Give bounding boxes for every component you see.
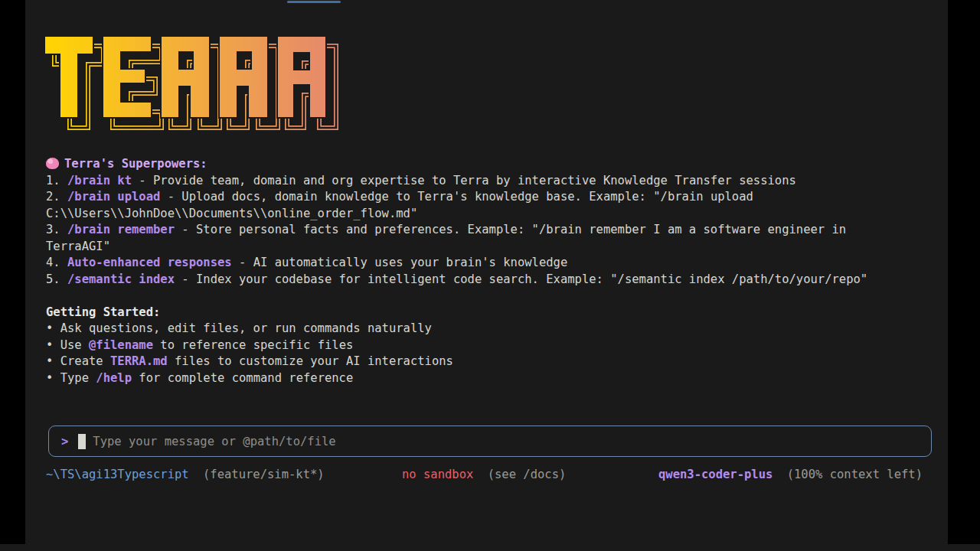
terminal-text-segment: Terra's Superpowers:	[64, 157, 207, 171]
terra-logo-art	[44, 36, 351, 132]
terminal-text-segment: /semantic index	[67, 272, 175, 286]
terminal-text-segment: TerraAGI"	[46, 240, 110, 253]
terminal-text-segment: 2.	[46, 190, 67, 204]
terminal-text-segment: - Index your codebase for intelligent co…	[175, 272, 867, 286]
terminal-line: 4. Auto-enhanced responses - AI automati…	[46, 255, 934, 272]
terminal-line: • Use @filename to reference specific fi…	[46, 337, 934, 354]
status-right: qwen3-coder-plus (100% context left)	[658, 468, 923, 481]
status-left: ~\TS\agi13Typescript (feature/sim-kt*)	[46, 468, 325, 481]
terminal-text-segment: - AI automatically uses your brain's kno…	[232, 256, 568, 269]
terminal-text-segment: /brain kt	[67, 174, 132, 187]
tab-indicator-line	[287, 1, 341, 3]
prompt-chevron: >	[61, 435, 68, 448]
video-frame: Terra's Superpowers:1. /brain kt - Provi…	[0, 0, 980, 551]
message-input-box[interactable]: > Type your message or @path/to/file	[48, 425, 932, 457]
workspace-path: ~\TS\agi13Typescript	[46, 468, 189, 481]
terminal-text-segment: • Ask questions, edit files, or run comm…	[46, 321, 432, 335]
terminal-line: Terra's Superpowers:	[46, 156, 934, 173]
terminal-line: 5. /semantic index - Index your codebase…	[46, 272, 934, 289]
terminal-line: • Create TERRA.md files to customize you…	[46, 354, 934, 370]
input-placeholder: Type your message or @path/to/file	[93, 435, 335, 448]
terminal-text-segment: Getting Started:	[46, 305, 160, 319]
terminal-text-segment: /brain remember	[67, 223, 175, 236]
sandbox-hint: (see /docs)	[488, 468, 567, 481]
terminal-text-segment: for complete command reference	[132, 371, 353, 385]
terminal-text-segment: 3.	[46, 223, 67, 236]
git-branch: (feature/sim-kt*)	[203, 468, 325, 481]
terminal-text-segment: to reference specific files	[153, 338, 353, 352]
terminal-text-segment: - Provide team, domain and org expertise…	[132, 174, 796, 187]
terminal-text-segment: • Type	[46, 371, 96, 385]
terminal-line: Getting Started:	[46, 305, 934, 321]
terminal-output: Terra's Superpowers:1. /brain kt - Provi…	[46, 156, 934, 386]
terminal-text-segment: - Store personal facts and preferences. …	[175, 223, 846, 236]
terminal-line: 3. /brain remember - Store personal fact…	[46, 222, 934, 239]
text-cursor	[78, 434, 86, 449]
terminal-text-segment: @filename	[89, 338, 153, 352]
status-middle: no sandbox (see /docs)	[402, 468, 566, 481]
sandbox-alert: no sandbox	[402, 468, 473, 481]
terminal-text-segment: 4.	[46, 256, 67, 269]
terminal-text-segment: /help	[96, 371, 132, 385]
terminal-text-segment: 5.	[46, 272, 67, 286]
terminal-line: TerraAGI"	[46, 239, 934, 256]
status-bar: ~\TS\agi13Typescript (feature/sim-kt*) n…	[25, 468, 948, 484]
terminal-line: • Type /help for complete command refere…	[46, 370, 934, 387]
context-remaining: (100% context left)	[787, 468, 923, 481]
terminal-line: C:\\Users\\JohnDoe\\Documents\\online_or…	[46, 206, 934, 223]
terminal-text-segment: TERRA.md	[110, 354, 168, 368]
terminal-text-segment: /brain upload	[67, 190, 160, 204]
terminal-text-segment: C:\\Users\\JohnDoe\\Documents\\online_or…	[46, 207, 417, 220]
terminal-text-segment: files to customize your AI interactions	[168, 354, 453, 368]
terminal-window: Terra's Superpowers:1. /brain kt - Provi…	[25, 0, 948, 551]
terminal-text-segment: Auto-enhanced responses	[67, 256, 232, 269]
terra-logo	[44, 36, 351, 132]
terminal-text-segment: • Create	[46, 354, 110, 368]
model-name: qwen3-coder-plus	[658, 468, 773, 481]
terminal-line: • Ask questions, edit files, or run comm…	[46, 321, 934, 337]
terminal-text-segment: • Use	[46, 338, 89, 352]
terminal-line: 1. /brain kt - Provide team, domain and …	[46, 173, 934, 190]
terminal-line	[46, 288, 934, 305]
terminal-text-segment: - Upload docs, domain knowledge to Terra…	[160, 190, 753, 204]
terminal-text-segment: 1.	[46, 174, 67, 187]
terminal-line: 2. /brain upload - Upload docs, domain k…	[46, 189, 934, 206]
brain-icon	[46, 158, 59, 169]
bottom-strip	[0, 544, 980, 551]
